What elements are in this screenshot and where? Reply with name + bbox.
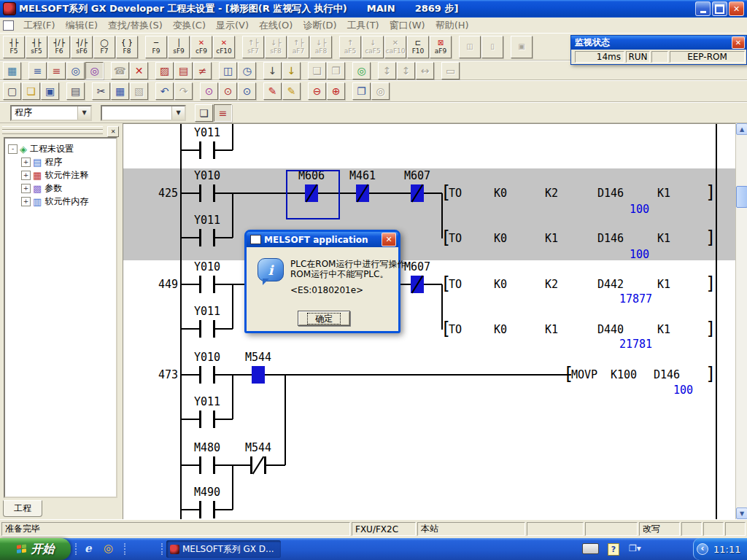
tool-project-data-list[interactable]: ❐ bbox=[352, 82, 371, 100]
tool-sF6[interactable]: ┤/├sF6 bbox=[71, 36, 93, 58]
tool-find-device[interactable]: ⊙ bbox=[219, 82, 237, 100]
tool-sF5[interactable]: ┤├sF5 bbox=[26, 36, 47, 58]
tool-F7[interactable]: ◯F7 bbox=[93, 36, 115, 58]
tool-undo[interactable]: ↶ bbox=[155, 82, 174, 100]
tool-zoom-in[interactable]: ⊕ bbox=[327, 82, 345, 100]
help-tray-icon[interactable]: ? bbox=[608, 543, 619, 556]
instruction-text[interactable]: K0 bbox=[494, 232, 507, 245]
tool-aF7[interactable]: ↑├aF7 bbox=[287, 36, 309, 58]
contact-Y011[interactable] bbox=[213, 320, 215, 338]
scrollbar-thumb[interactable] bbox=[736, 186, 747, 208]
instruction-text[interactable]: K0 bbox=[494, 323, 507, 336]
task-button-gx-developer[interactable]: MELSOFT系列 GX D... bbox=[166, 540, 281, 558]
tool-test-red[interactable]: ✎ bbox=[263, 82, 282, 100]
tab-project[interactable]: 工程 bbox=[3, 500, 42, 517]
tool-comment-2[interactable]: ↕ bbox=[397, 62, 415, 79]
contact-Y011[interactable] bbox=[213, 229, 215, 246]
tool-program-window[interactable]: ◫ bbox=[219, 62, 237, 79]
tool-link[interactable]: ◎ bbox=[371, 82, 390, 100]
contact-Y011[interactable] bbox=[199, 229, 201, 246]
instruction-text[interactable]: K0 bbox=[494, 187, 507, 200]
tool-new[interactable]: ▢ bbox=[3, 82, 21, 100]
contact-Y011[interactable] bbox=[199, 411, 201, 428]
menu-item-project[interactable]: 工程(F) bbox=[18, 18, 61, 34]
tool-window-1[interactable]: ❏ bbox=[308, 62, 326, 79]
data-type-combo[interactable]: 程序 ▼ bbox=[10, 105, 92, 121]
contact-Y011[interactable] bbox=[199, 141, 201, 159]
tree-item-project-root[interactable]: -◈工程未设置 bbox=[5, 142, 116, 155]
contact-Y010[interactable] bbox=[213, 184, 215, 202]
menu-item-view[interactable]: 显示(V) bbox=[211, 18, 254, 34]
chevron-down-icon[interactable]: ▼ bbox=[77, 106, 90, 120]
contact-Y010[interactable] bbox=[199, 366, 201, 384]
instruction-text[interactable]: ] bbox=[705, 365, 716, 384]
contact-Y010[interactable] bbox=[213, 276, 215, 293]
tool-stop-monitor[interactable]: ✕ bbox=[130, 62, 148, 79]
monitor-status-titlebar[interactable]: 监视状态 ✕ bbox=[571, 36, 746, 50]
tree-item-device-memory[interactable]: +▥软元件内存 bbox=[5, 195, 116, 208]
tool-cut[interactable]: ✂ bbox=[92, 82, 110, 100]
tool-print[interactable]: ▤ bbox=[66, 82, 85, 100]
menu-item-online[interactable]: 在线(O) bbox=[254, 18, 298, 34]
tool-find[interactable]: ⊙ bbox=[200, 82, 218, 100]
tool-device-test[interactable]: ▨ bbox=[155, 62, 174, 79]
tool-F8[interactable]: { }F8 bbox=[116, 36, 138, 58]
tool-open[interactable]: ❏ bbox=[22, 82, 40, 100]
menu-item-convert[interactable]: 变换(C) bbox=[168, 18, 211, 34]
tool-comment-1[interactable]: ↕ bbox=[378, 62, 396, 79]
tool-sF9[interactable]: │sF9 bbox=[168, 36, 190, 58]
data-name-combo[interactable]: ▼ bbox=[101, 105, 186, 121]
close-button[interactable]: ✕ bbox=[729, 1, 744, 16]
contact-M544[interactable] bbox=[264, 456, 266, 474]
internet-explorer-icon[interactable]: e bbox=[85, 542, 92, 555]
tool-clock-monitor[interactable]: ◷ bbox=[238, 62, 256, 79]
dialog-close-button[interactable]: ✕ bbox=[382, 233, 396, 246]
contact-Y010[interactable] bbox=[213, 366, 215, 384]
contact-M480[interactable] bbox=[213, 456, 215, 474]
tree-expand-box[interactable]: - bbox=[8, 144, 18, 154]
comment-display-button[interactable]: ❏ bbox=[195, 104, 213, 122]
tool-edit-block[interactable]: ▣ bbox=[511, 36, 533, 58]
instruction-text[interactable]: K1 bbox=[657, 323, 670, 336]
tool-monitor-write-mode[interactable]: ◎ bbox=[85, 62, 104, 79]
restore-tray-icon[interactable]: ❐▾ bbox=[629, 543, 641, 553]
instruction-text[interactable]: K0 bbox=[494, 278, 507, 291]
instruction-text[interactable]: D146 bbox=[597, 232, 624, 245]
tool-paste[interactable]: ▧ bbox=[130, 82, 148, 100]
instruction-text[interactable]: TO bbox=[449, 187, 462, 200]
tool-monitor-panel[interactable]: ▭ bbox=[441, 62, 460, 79]
tool-partial-execution[interactable]: ≠ bbox=[193, 62, 212, 79]
sidebar-close-button[interactable]: ✕ bbox=[107, 126, 119, 137]
scroll-down-button[interactable]: ▼ bbox=[736, 508, 747, 519]
tool-window-2[interactable]: ❐ bbox=[327, 62, 345, 79]
contact-M544[interactable] bbox=[252, 366, 265, 384]
instruction-text[interactable]: K1 bbox=[657, 232, 670, 245]
chevron-down-icon[interactable]: ▼ bbox=[171, 106, 185, 120]
tool-phone-line[interactable]: ☎ bbox=[111, 62, 129, 79]
contact-Y010[interactable] bbox=[199, 276, 201, 293]
tool-write-rom[interactable]: ↓ bbox=[282, 62, 301, 79]
tool-aF9[interactable]: ⊠aF9 bbox=[430, 36, 452, 58]
menu-item-edit[interactable]: 编辑(E) bbox=[61, 18, 103, 34]
instruction-text[interactable]: K2 bbox=[545, 278, 558, 291]
toolbar-grip[interactable] bbox=[2, 131, 103, 134]
tool-test-yellow[interactable]: ✎ bbox=[282, 82, 301, 100]
tool-write-mode[interactable]: ≡ bbox=[47, 62, 66, 79]
menu-item-diagnostics[interactable]: 诊断(D) bbox=[298, 18, 341, 34]
tree-expand-box[interactable]: + bbox=[21, 197, 31, 206]
tool-F10[interactable]: ⊏F10 bbox=[407, 36, 429, 58]
tool-F6[interactable]: ┤/├F6 bbox=[48, 36, 70, 58]
contact-Y011[interactable] bbox=[213, 141, 215, 159]
instruction-text[interactable]: D146 bbox=[597, 187, 624, 200]
contact-Y011[interactable] bbox=[199, 320, 201, 338]
instruction-text[interactable]: TO bbox=[449, 232, 462, 245]
tree-expand-box[interactable]: + bbox=[21, 184, 31, 193]
tool-find-string[interactable]: ⊙ bbox=[238, 82, 256, 100]
tool-read-mode[interactable]: ≡ bbox=[28, 62, 47, 79]
tree-expand-box[interactable]: + bbox=[21, 158, 31, 167]
instruction-text[interactable]: K100 bbox=[611, 368, 637, 381]
tool-zoom-out[interactable]: ⊖ bbox=[308, 82, 326, 100]
instruction-text[interactable]: K1 bbox=[545, 323, 558, 336]
tool-redo[interactable]: ↷ bbox=[174, 82, 193, 100]
tree-item-program[interactable]: +▤程序 bbox=[5, 155, 116, 168]
